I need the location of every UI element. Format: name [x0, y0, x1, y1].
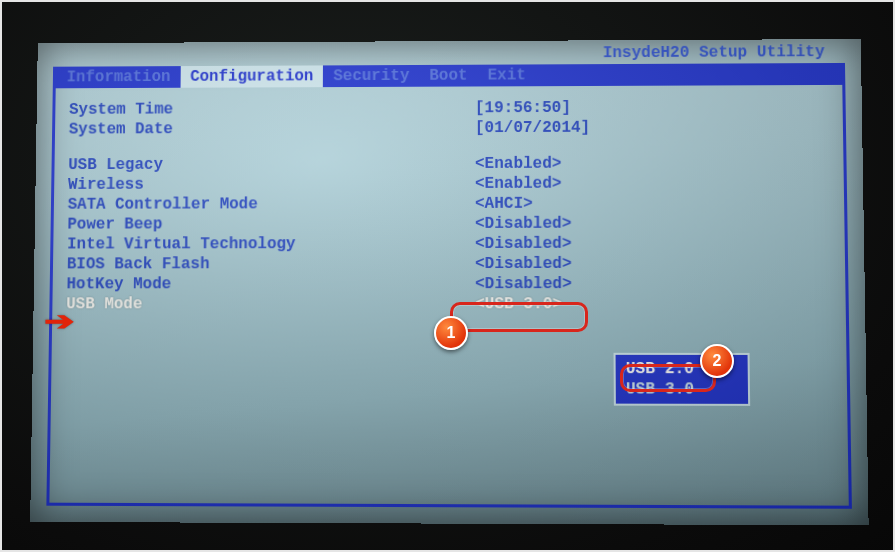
row-wireless[interactable]: Wireless <Enabled> — [68, 173, 836, 195]
label-system-time: System Time — [69, 98, 475, 119]
value-bios-backflash[interactable]: <Disabled> — [475, 254, 572, 274]
value-system-time[interactable]: [19:56:50] — [475, 98, 571, 118]
value-usb-mode[interactable]: <USB 3.0> — [475, 294, 562, 314]
row-sata-mode[interactable]: SATA Controller Mode <AHCI> — [68, 193, 837, 215]
row-system-date[interactable]: System Date [01/07/2014] — [69, 117, 835, 140]
value-wireless[interactable]: <Enabled> — [475, 174, 562, 194]
row-usb-legacy[interactable]: USB Legacy <Enabled> — [68, 153, 835, 175]
tab-information[interactable]: Information — [57, 66, 181, 88]
row-hotkey-mode[interactable]: HotKey Mode <Disabled> — [66, 274, 837, 294]
settings-panel: System Time [19:56:50] System Date [01/0… — [46, 85, 852, 509]
label-hotkey-mode: HotKey Mode — [66, 274, 475, 294]
label-system-date: System Date — [69, 118, 475, 139]
popup-option-usb20[interactable]: USB 2.0 — [616, 359, 748, 379]
usb-mode-popup[interactable]: USB 2.0 USB 3.0 — [614, 353, 751, 406]
row-bios-backflash[interactable]: BIOS Back Flash <Disabled> — [67, 254, 837, 275]
value-usb-legacy[interactable]: <Enabled> — [475, 154, 562, 174]
label-wireless: Wireless — [68, 174, 475, 195]
label-usb-mode: USB Mode — [66, 294, 475, 314]
value-power-beep[interactable]: <Disabled> — [475, 214, 571, 234]
row-usb-mode[interactable]: USB Mode <USB 3.0> — [66, 294, 838, 314]
row-intel-vt[interactable]: Intel Virtual Technology <Disabled> — [67, 233, 837, 254]
bios-brand: InsydeH20 Setup Utility — [603, 43, 825, 62]
label-intel-vt: Intel Virtual Technology — [67, 234, 475, 254]
value-intel-vt[interactable]: <Disabled> — [475, 234, 572, 254]
tab-configuration[interactable]: Configuration — [180, 65, 323, 87]
bios-screen: InsydeH20 Setup Utility Information Conf… — [30, 39, 868, 525]
label-usb-legacy: USB Legacy — [68, 154, 475, 175]
label-sata-mode: SATA Controller Mode — [68, 194, 475, 215]
tab-security[interactable]: Security — [323, 65, 419, 87]
popup-option-usb30[interactable]: USB 3.0 — [616, 379, 748, 400]
value-system-date[interactable]: [01/07/2014] — [475, 118, 590, 138]
tab-exit[interactable]: Exit — [478, 64, 536, 86]
label-bios-backflash: BIOS Back Flash — [67, 254, 475, 274]
row-system-time[interactable]: System Time [19:56:50] — [69, 97, 835, 120]
value-sata-mode[interactable]: <AHCI> — [475, 194, 533, 214]
value-hotkey-mode[interactable]: <Disabled> — [475, 274, 572, 294]
label-power-beep: Power Beep — [67, 214, 475, 235]
tab-boot[interactable]: Boot — [419, 65, 477, 87]
row-power-beep[interactable]: Power Beep <Disabled> — [67, 213, 836, 234]
